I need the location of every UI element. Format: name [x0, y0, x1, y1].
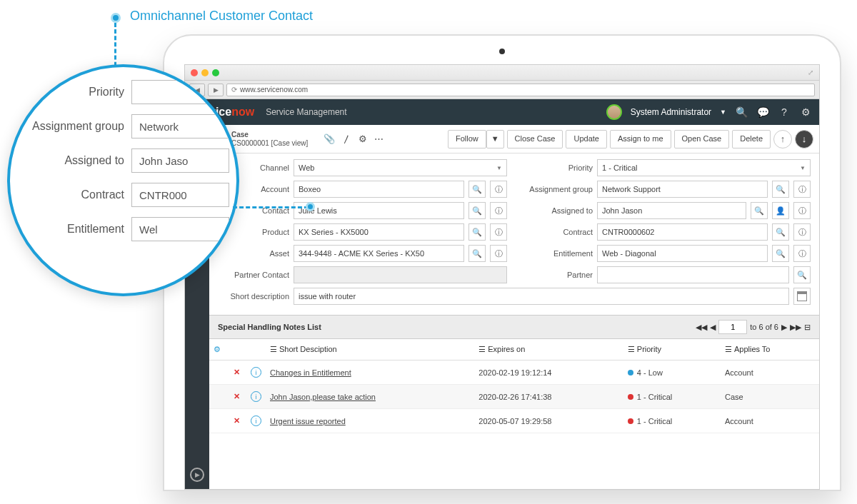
logo-suffix: now [231, 106, 254, 119]
row-applies: Case [721, 385, 819, 409]
help-icon[interactable]: ? [778, 106, 791, 119]
entitlement-lookup-icon[interactable]: 🔍 [772, 245, 789, 262]
asset-field[interactable]: 344-9448 - ACME KX Series - KX50 [294, 245, 464, 262]
delete-button[interactable]: Delete [732, 130, 771, 148]
pager-prev-icon[interactable]: ◀ [710, 323, 716, 332]
account-field[interactable]: Boxeo [294, 181, 464, 198]
asset-lookup-icon[interactable]: 🔍 [468, 245, 486, 262]
avatar[interactable] [606, 104, 622, 120]
chat-icon[interactable]: 💬 [756, 106, 769, 119]
account-lookup-icon[interactable]: 🔍 [468, 181, 486, 198]
col-short-desc[interactable]: Short Desciption [279, 345, 337, 353]
table-gear-icon[interactable]: ⚙ [214, 345, 221, 353]
col-priority[interactable]: Priority [637, 345, 661, 353]
row-info-icon[interactable]: i [251, 367, 261, 378]
row-desc[interactable]: John Jason,please take action [270, 393, 376, 401]
product-field[interactable]: KX Series - KX5000 [294, 223, 464, 241]
annotation-text: Omnichannel Customer Contact [130, 9, 313, 24]
follow-dropdown[interactable]: ▼ [486, 130, 504, 148]
table-row[interactable]: ✕iJohn Jason,please take action2020-02-2… [209, 385, 819, 409]
table-row[interactable]: ✕iChanges in Entitlement2020-02-19 19:12… [209, 361, 819, 385]
delete-row-icon[interactable]: ✕ [234, 368, 240, 376]
channel-select[interactable]: Web [294, 159, 507, 176]
update-button[interactable]: Update [566, 130, 606, 148]
zoom-assigned-to-label: Assigned to [17, 154, 124, 167]
assignment-group-label: Assignment group [521, 185, 593, 193]
row-priority: 1 - Critical [623, 385, 721, 409]
zoom-assignment-group-field: Network [131, 114, 229, 138]
assignment-group-info-icon[interactable]: ⓘ [793, 181, 811, 198]
expand-icon[interactable]: ⤢ [808, 69, 813, 76]
contact-field[interactable]: Julie Lewis [294, 202, 464, 219]
row-expires: 2020-05-07 19:29:58 [474, 409, 623, 433]
partner-lookup-icon[interactable]: 🔍 [793, 266, 811, 283]
row-desc[interactable]: Urgent issue reported [270, 417, 346, 425]
row-applies: Account [721, 361, 819, 385]
settings-icon[interactable]: ⚙ [359, 133, 367, 144]
col-applies[interactable]: Applies To [734, 345, 771, 353]
zoom-contract-label: Contract [17, 188, 124, 201]
contract-info-icon[interactable]: ⓘ [793, 223, 811, 241]
activity-icon[interactable]: 〳 [342, 133, 351, 144]
delete-row-icon[interactable]: ✕ [234, 392, 240, 400]
priority-select[interactable]: 1 - Critical [597, 159, 811, 176]
user-name[interactable]: System Administrator [631, 107, 711, 117]
row-info-icon[interactable]: i [251, 391, 261, 402]
row-desc[interactable]: Changes in Entitlement [270, 368, 351, 377]
contract-field[interactable]: CNTR0000602 [597, 223, 768, 241]
attachment-icon[interactable]: 📎 [324, 133, 335, 144]
assigned-to-field[interactable]: John Jason [597, 202, 746, 219]
annotation-dot-target [306, 202, 315, 211]
account-info-icon[interactable]: ⓘ [490, 181, 507, 198]
assignment-group-field[interactable]: Network Support [597, 181, 768, 198]
col-expires[interactable]: Expires on [488, 345, 525, 353]
product-info-icon[interactable]: ⓘ [490, 223, 507, 241]
zoom-assigned-to-field: John Jaso [131, 148, 229, 173]
assigned-to-user-icon[interactable]: 👤 [772, 202, 789, 219]
assigned-to-lookup-icon[interactable]: 🔍 [751, 202, 768, 219]
pager-last-icon[interactable]: ▶▶ [790, 323, 801, 332]
partner-field[interactable] [597, 266, 789, 283]
gear-icon[interactable]: ⚙ [799, 106, 812, 119]
window-minimize-dot[interactable] [201, 69, 209, 76]
open-case-button[interactable]: Open Case [674, 130, 730, 148]
window-close-dot[interactable] [191, 69, 198, 76]
asset-info-icon[interactable]: ⓘ [490, 245, 507, 262]
entitlement-info-icon[interactable]: ⓘ [793, 245, 811, 262]
product-label: Product [218, 228, 289, 236]
assigned-to-info-icon[interactable]: ⓘ [793, 202, 811, 219]
pager-collapse-icon[interactable]: ⊟ [804, 323, 811, 332]
browser-forward-button[interactable]: ▶ [208, 84, 224, 96]
laptop-camera [499, 49, 505, 54]
pager-next-icon[interactable]: ▶ [781, 323, 787, 332]
row-info-icon[interactable]: i [251, 415, 261, 426]
search-icon[interactable]: 🔍 [735, 106, 748, 119]
short-desc-save-icon[interactable] [793, 288, 811, 305]
window-maximize-dot[interactable] [212, 69, 219, 76]
assign-to-me-button[interactable]: Assign to me [610, 130, 671, 148]
case-form: Channel Web Priority 1 - Critical Accoun… [209, 153, 819, 315]
user-dropdown-caret[interactable]: ▼ [720, 109, 726, 116]
service-name: Service Management [266, 107, 346, 117]
contact-lookup-icon[interactable]: 🔍 [468, 202, 486, 219]
entitlement-field[interactable]: Web - Diagonal [597, 245, 768, 262]
assignment-group-lookup-icon[interactable]: 🔍 [772, 181, 789, 198]
more-icon[interactable]: ⋯ [374, 133, 384, 144]
table-row[interactable]: ✕iUrgent issue reported2020-05-07 19:29:… [209, 409, 819, 433]
prev-record-button[interactable]: ↑ [773, 130, 792, 148]
url-input[interactable]: ⟳ www.servicenow.com [226, 84, 815, 96]
delete-row-icon[interactable]: ✕ [234, 416, 240, 425]
follow-button[interactable]: Follow [448, 130, 486, 148]
product-lookup-icon[interactable]: 🔍 [468, 223, 486, 241]
contract-lookup-icon[interactable]: 🔍 [772, 223, 789, 241]
notes-header: Special Handling Notes List ◀◀ ◀ to 6 of… [209, 315, 819, 339]
pager-first-icon[interactable]: ◀◀ [696, 323, 707, 332]
next-record-button[interactable]: ↓ [795, 130, 813, 148]
short-desc-field[interactable]: issue with router [294, 288, 789, 305]
close-case-button[interactable]: Close Case [507, 130, 563, 148]
contact-info-icon[interactable]: ⓘ [490, 202, 507, 219]
case-toolbar: ☰ Case CS0000001 [Case view] 📎 〳 ⚙ ⋯ Fol… [209, 125, 819, 153]
laptop-screen: ⤢ ◀ ▶ ⟳ www.servicenow.com servicenow Se… [184, 64, 820, 490]
play-icon[interactable]: ▶ [190, 468, 204, 482]
pager-page-input[interactable] [718, 320, 747, 334]
